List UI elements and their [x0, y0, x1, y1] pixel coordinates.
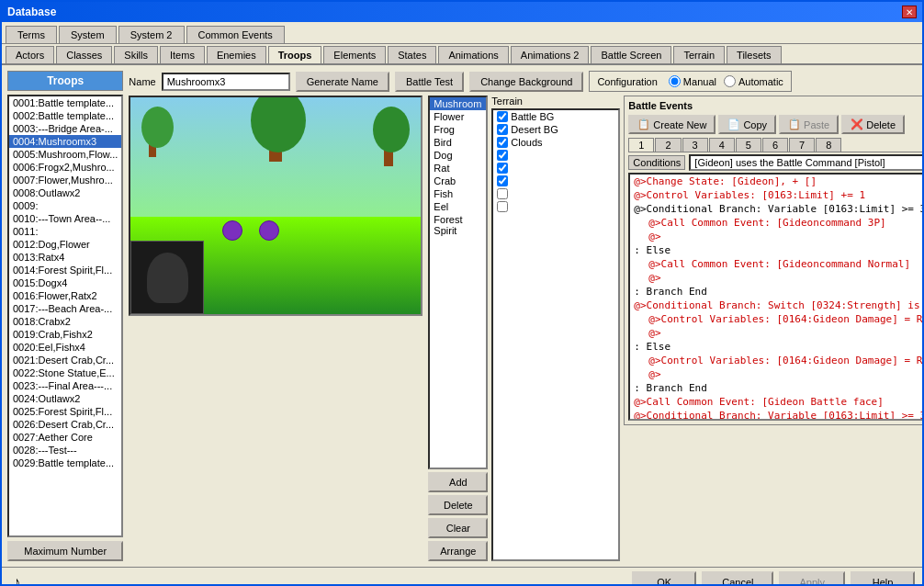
event-line-11[interactable]: @> [630, 326, 924, 340]
clear-button[interactable]: Clear [428, 518, 488, 538]
turn-tab-3[interactable]: 3 [682, 138, 708, 152]
event-line-12[interactable]: : Else [630, 340, 924, 354]
troop-item-0018[interactable]: 0018:Crabx2 [9, 315, 121, 328]
monster-item-9[interactable]: Forest Spirit [430, 213, 486, 237]
troop-item-0016[interactable]: 0016:Flower,Ratx2 [9, 289, 121, 302]
event-line-8[interactable]: : Branch End [630, 285, 924, 299]
troop-item-0004[interactable]: 0004:Mushroomx3 [9, 135, 121, 148]
event-line-14[interactable]: @> [630, 367, 924, 381]
event-line-4[interactable]: @> [630, 230, 924, 243]
monster-item-5[interactable]: Rat [430, 162, 486, 175]
troop-item-0020[interactable]: 0020:Eel,Fishx4 [9, 341, 121, 354]
monsters-list[interactable]: MushroomFlowerFrogBirdDogRatCrabFishEelF… [428, 96, 488, 469]
generate-name-button[interactable]: Generate Name [296, 72, 389, 92]
event-line-2[interactable]: @>Conditional Branch: Variable [0163:Lim… [630, 202, 924, 216]
tab-enemies[interactable]: Enemies [207, 46, 266, 63]
monster-item-6[interactable]: Crab [430, 175, 486, 187]
paste-button[interactable]: 📋 Paste [779, 115, 839, 134]
troop-item-0010[interactable]: 0010:---Town Area--... [9, 212, 121, 225]
tab-items[interactable]: Items [160, 46, 205, 63]
event-line-0[interactable]: @>Change State: [Gideon], + [] [630, 175, 924, 188]
cancel-button[interactable]: Cancel [702, 571, 773, 586]
tab-troops[interactable]: Troops [268, 46, 322, 63]
ok-button[interactable]: OK [632, 571, 696, 586]
create-new-button[interactable]: 📋 Create New [628, 115, 716, 134]
monster-item-2[interactable]: Frog [430, 123, 486, 136]
monster-item-8[interactable]: Eel [430, 200, 486, 213]
event-line-15[interactable]: : Branch End [630, 381, 924, 395]
terrain-list[interactable]: Battle BGDesert BGClouds [491, 108, 620, 561]
troop-item-0009[interactable]: 0009: [9, 199, 121, 212]
terrain-checkbox-4[interactable] [497, 163, 508, 174]
troop-item-0026[interactable]: 0026:Desert Crab,Cr... [9, 418, 121, 431]
troop-item-0022[interactable]: 0022:Stone Statue,E... [9, 366, 121, 379]
troop-item-0007[interactable]: 0007:Flower,Mushro... [9, 174, 121, 186]
tab-common-events[interactable]: Common Events [186, 26, 285, 43]
terrain-checkbox-3[interactable] [497, 150, 508, 161]
close-button[interactable]: ✕ [902, 6, 917, 18]
tab-battle-screen[interactable]: Battle Screen [591, 46, 671, 63]
terrain-checkbox-0[interactable] [497, 111, 508, 122]
troop-item-0023[interactable]: 0023:---Final Area---... [9, 379, 121, 392]
tab-animations2[interactable]: Animations 2 [511, 46, 590, 63]
troop-item-0001[interactable]: 0001:Battle template... [9, 96, 121, 109]
troop-item-0021[interactable]: 0021:Desert Crab,Cr... [9, 354, 121, 366]
event-line-10[interactable]: @>Control Variables: [0164:Gideon Damage… [630, 312, 924, 326]
terrain-checkbox-7[interactable] [497, 201, 508, 212]
max-number-button[interactable]: Maximum Number [7, 541, 123, 561]
troop-item-0028[interactable]: 0028:---Test--- [9, 444, 121, 456]
event-line-6[interactable]: @>Call Common Event: [Gideoncommand Norm… [630, 257, 924, 271]
delete-button[interactable]: Delete [428, 495, 488, 515]
help-button[interactable]: Help [851, 571, 915, 586]
event-line-16[interactable]: @>Call Common Event: [Gideon Battle face… [630, 395, 924, 409]
troop-item-0014[interactable]: 0014:Forest Spirit,Fl... [9, 264, 121, 276]
tab-states[interactable]: States [388, 46, 436, 63]
event-line-5[interactable]: : Else [630, 243, 924, 257]
monster-item-4[interactable]: Dog [430, 149, 486, 162]
event-line-13[interactable]: @>Control Variables: [0164:Gideon Damage… [630, 354, 924, 367]
monster-item-1[interactable]: Flower [430, 110, 486, 123]
troop-item-0027[interactable]: 0027:Aether Core [9, 431, 121, 444]
troop-item-0017[interactable]: 0017:---Beach Area-... [9, 302, 121, 315]
turn-tab-6[interactable]: 6 [762, 138, 788, 152]
troop-item-0013[interactable]: 0013:Ratx4 [9, 251, 121, 264]
name-input[interactable] [162, 73, 290, 91]
events-list[interactable]: @>Change State: [Gideon], + []@>Control … [628, 173, 924, 421]
troop-item-0011[interactable]: 0011: [9, 225, 121, 238]
terrain-checkbox-1[interactable] [497, 124, 508, 135]
turn-tab-8[interactable]: 8 [816, 138, 841, 152]
music-icon[interactable]: ♪ [13, 574, 20, 586]
add-button[interactable]: Add [428, 472, 488, 492]
troop-item-0019[interactable]: 0019:Crab,Fishx2 [9, 328, 121, 341]
troop-item-0029[interactable]: 0029:Battle template... [9, 456, 121, 469]
event-line-7[interactable]: @> [630, 271, 924, 285]
turn-tab-2[interactable]: 2 [655, 138, 681, 152]
terrain-checkbox-5[interactable] [497, 175, 508, 186]
tab-system2[interactable]: System 2 [118, 26, 185, 43]
turn-tab-4[interactable]: 4 [709, 138, 735, 152]
tab-skills[interactable]: Skills [114, 46, 158, 63]
apply-button[interactable]: Apply [779, 571, 845, 586]
troop-item-0012[interactable]: 0012:Dog,Flower [9, 238, 121, 251]
tab-tilesets[interactable]: Tilesets [727, 46, 782, 63]
event-line-1[interactable]: @>Control Variables: [0163:Limit] += 1 [630, 188, 924, 202]
troop-item-0002[interactable]: 0002:Battle template... [9, 109, 121, 122]
turn-tab-7[interactable]: 7 [789, 138, 815, 152]
troop-item-0006[interactable]: 0006:Frogx2,Mushro... [9, 161, 121, 174]
copy-button[interactable]: 📄 Copy [718, 115, 776, 134]
monster-item-0[interactable]: Mushroom [430, 97, 486, 110]
monster-item-7[interactable]: Fish [430, 187, 486, 200]
event-line-9[interactable]: @>Conditional Branch: Switch [0324:Stren… [630, 299, 924, 312]
arrange-button[interactable]: Arrange [428, 541, 488, 561]
tab-terms[interactable]: Terms [6, 26, 57, 43]
event-line-17[interactable]: @>Conditional Branch: Variable [0163:Lim… [630, 409, 924, 421]
event-line-3[interactable]: @>Call Common Event: [Gideoncommand 3P] [630, 216, 924, 230]
terrain-checkbox-6[interactable] [497, 188, 508, 199]
tab-terrain[interactable]: Terrain [673, 46, 725, 63]
delete-event-button[interactable]: ❌ Delete [841, 115, 905, 134]
battle-test-button[interactable]: Battle Test [395, 72, 464, 92]
auto-radio[interactable]: Automatic [724, 75, 783, 87]
monster-item-3[interactable]: Bird [430, 136, 486, 149]
tab-system[interactable]: System [59, 26, 117, 43]
tab-animations[interactable]: Animations [438, 46, 508, 63]
